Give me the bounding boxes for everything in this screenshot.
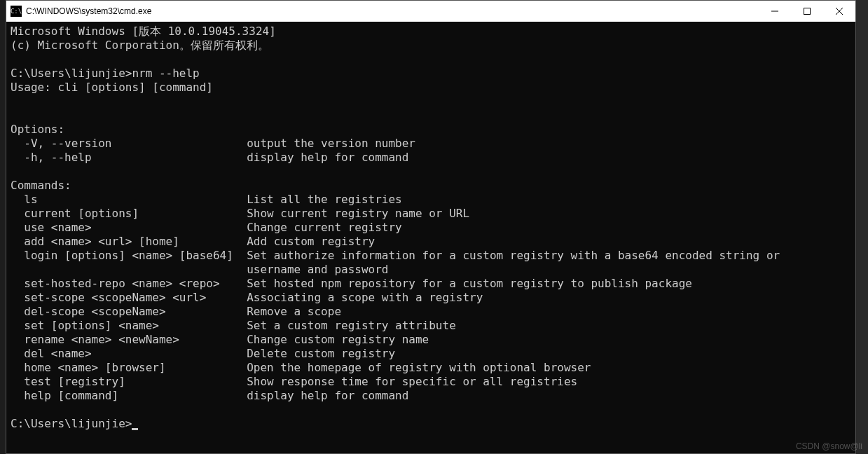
svg-rect-1 [804,8,811,15]
window-controls [759,1,855,22]
terminal-body[interactable]: Microsoft Windows [版本 10.0.19045.3324] (… [6,22,855,453]
minimize-icon [771,8,778,15]
cmd-icon: C:\ [11,6,22,17]
close-icon [836,8,843,15]
watermark: CSDN @snow@li [796,441,862,451]
titlebar[interactable]: C:\ C:\WINDOWS\system32\cmd.exe [6,1,855,22]
maximize-button[interactable] [791,1,823,22]
close-button[interactable] [823,1,855,22]
background-strip [0,0,6,454]
cmd-window: C:\ C:\WINDOWS\system32\cmd.exe Microsof… [6,0,856,454]
window-title: C:\WINDOWS\system32\cmd.exe [26,6,151,16]
cursor [132,428,138,430]
maximize-icon [804,8,811,15]
minimize-button[interactable] [759,1,791,22]
